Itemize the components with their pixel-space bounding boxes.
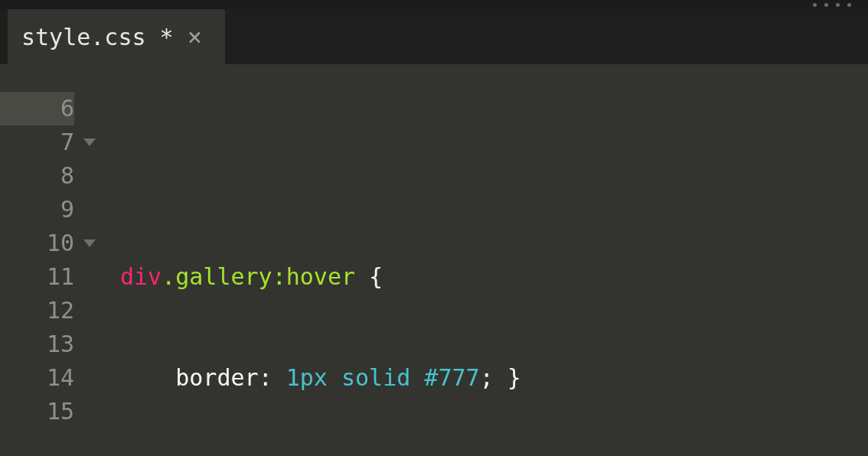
code-line: div.gallery:hover { [120,260,868,294]
editor[interactable]: 6 7 8 9 10 11 12 13 14 15 div.gallery:ho… [0,64,868,456]
window-titlebar [0,0,868,9]
close-icon[interactable]: × [188,24,202,49]
line-number: 15 [0,395,74,428]
fold-arrow-icon[interactable] [83,138,96,146]
line-number: 10 [0,226,74,260]
titlebar-dot [824,3,828,7]
line-number: 6 [0,92,74,125]
line-number-gutter: 6 7 8 9 10 11 12 13 14 15 [0,92,111,456]
code-line: border: 1px solid #777; } [120,361,868,395]
line-number: 12 [0,294,74,327]
titlebar-dot [813,3,817,7]
line-number: 13 [0,327,74,361]
code-area[interactable]: div.gallery:hover { border: 1px solid #7… [111,92,868,456]
titlebar-dot [847,3,851,7]
line-number: 8 [0,159,74,193]
titlebar-dot [836,3,840,7]
tab-bar: style.css * × [0,9,868,64]
line-number: 7 [0,125,74,159]
fold-arrow-icon[interactable] [83,239,96,247]
line-number: 11 [0,260,74,294]
code-line [120,159,868,193]
tab-stylecss[interactable]: style.css * × [8,9,225,64]
line-number: 9 [0,193,74,226]
tab-label: style.css * [21,24,174,50]
fold-column [79,92,111,456]
line-number: 14 [0,361,74,395]
